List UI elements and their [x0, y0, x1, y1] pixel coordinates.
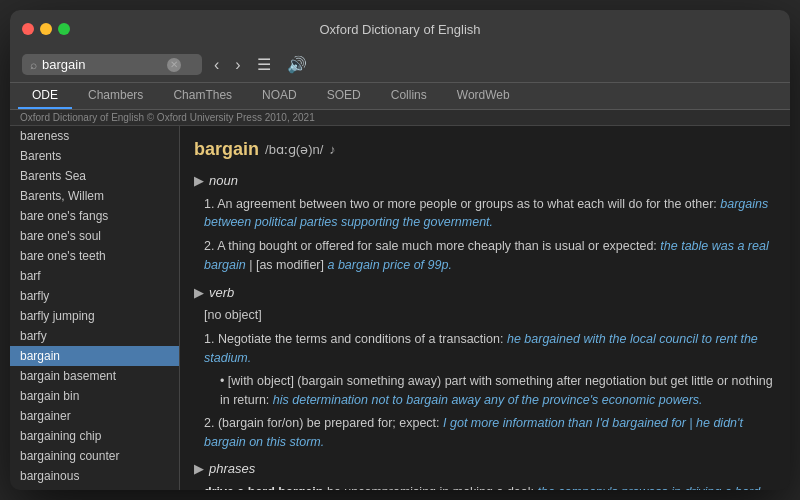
entry-pronunciation: /bɑːɡ(ə)n/: [265, 140, 323, 160]
list-item[interactable]: bargain basement: [10, 366, 179, 386]
window-title: Oxford Dictionary of English: [319, 22, 480, 37]
tab-ode[interactable]: ODE: [18, 83, 72, 109]
traffic-lights: [22, 23, 70, 35]
copyright-bar: Oxford Dictionary of English © Oxford Un…: [10, 110, 790, 126]
search-input[interactable]: [42, 57, 162, 72]
list-item[interactable]: barf: [10, 266, 179, 286]
verb-sub-def: • [with object] (bargain something away)…: [220, 372, 776, 410]
list-item[interactable]: bare one's teeth: [10, 246, 179, 266]
word-list: bareness Barents Barents Sea Barents, Wi…: [10, 126, 180, 490]
list-item[interactable]: bare one's soul: [10, 226, 179, 246]
tab-soed[interactable]: SOED: [313, 83, 375, 109]
verb-def-2: 2. (bargain for/on) be prepared for; exp…: [204, 414, 776, 452]
list-item[interactable]: bargainer: [10, 406, 179, 426]
verb-sub-example: his determination not to bargain away an…: [273, 393, 703, 407]
verb-definitions: [no object] 1. Negotiate the terms and c…: [204, 306, 776, 451]
forward-button[interactable]: ›: [231, 54, 244, 76]
list-item[interactable]: Barents, Willem: [10, 186, 179, 206]
audio-icon[interactable]: ♪: [329, 140, 336, 160]
copyright-text: Oxford Dictionary of English © Oxford Un…: [20, 112, 315, 123]
list-item-bargain[interactable]: bargain: [10, 346, 179, 366]
list-button[interactable]: ☰: [253, 53, 275, 76]
list-item[interactable]: bargain bin: [10, 386, 179, 406]
definition-area: bargain /bɑːɡ(ə)n/ ♪ ▶ noun 1. An agreem…: [180, 126, 790, 490]
list-item[interactable]: Barents Sea: [10, 166, 179, 186]
app-window: Oxford Dictionary of English ⌕ ✕ ‹ › ☰ 🔊…: [10, 10, 790, 490]
tab-chambers[interactable]: Chambers: [74, 83, 157, 109]
titlebar: Oxford Dictionary of English: [10, 10, 790, 48]
close-button[interactable]: [22, 23, 34, 35]
list-item[interactable]: barfly: [10, 286, 179, 306]
list-item[interactable]: bare one's fangs: [10, 206, 179, 226]
back-button[interactable]: ‹: [210, 54, 223, 76]
verb-section-header: ▶ verb: [194, 283, 776, 303]
phrases-list: drive a hard bargain be uncompromising i…: [204, 483, 776, 490]
noun-def-1: 1. An agreement between two or more peop…: [204, 195, 776, 233]
clear-button[interactable]: ✕: [167, 58, 181, 72]
search-icon: ⌕: [30, 58, 37, 72]
tab-wordweb[interactable]: WordWeb: [443, 83, 524, 109]
arrow-icon-phrases: ▶: [194, 459, 204, 479]
verb-label: verb: [209, 283, 234, 303]
verb-def-1: 1. Negotiate the terms and conditions of…: [204, 330, 776, 368]
minimize-button[interactable]: [40, 23, 52, 35]
arrow-icon-verb: ▶: [194, 283, 204, 303]
list-item[interactable]: barge: [10, 486, 179, 490]
arrow-icon: ▶: [194, 171, 204, 191]
entry-word: bargain: [194, 136, 259, 163]
noun-definitions: 1. An agreement between two or more peop…: [204, 195, 776, 275]
noun-label: noun: [209, 171, 238, 191]
entry-header: bargain /bɑːɡ(ə)n/ ♪: [194, 136, 776, 163]
list-item[interactable]: bargaining counter: [10, 446, 179, 466]
noun-def-2: 2. A thing bought or offered for sale mu…: [204, 237, 776, 275]
phrases-section-header: ▶ phrases: [194, 459, 776, 479]
noun-section-header: ▶ noun: [194, 171, 776, 191]
tab-collins[interactable]: Collins: [377, 83, 441, 109]
speaker-button[interactable]: 🔊: [283, 53, 311, 76]
list-item[interactable]: bargainous: [10, 466, 179, 486]
phrase-1: drive a hard bargain be uncompromising i…: [204, 483, 776, 490]
phrases-label: phrases: [209, 459, 255, 479]
noun-def-2-modifier-example: a bargain price of 99p.: [327, 258, 451, 272]
list-item[interactable]: Barents: [10, 146, 179, 166]
tabs-bar: ODE Chambers ChamThes NOAD SOED Collins …: [10, 83, 790, 110]
tab-chamthes[interactable]: ChamThes: [159, 83, 246, 109]
maximize-button[interactable]: [58, 23, 70, 35]
list-item[interactable]: barfy: [10, 326, 179, 346]
toolbar: ⌕ ✕ ‹ › ☰ 🔊: [10, 48, 790, 83]
list-item[interactable]: bareness: [10, 126, 179, 146]
list-item[interactable]: bargaining chip: [10, 426, 179, 446]
tab-noad[interactable]: NOAD: [248, 83, 311, 109]
search-box[interactable]: ⌕ ✕: [22, 54, 202, 75]
verb-note: [no object]: [204, 306, 776, 325]
main-content: bareness Barents Barents Sea Barents, Wi…: [10, 126, 790, 490]
list-item[interactable]: barfly jumping: [10, 306, 179, 326]
